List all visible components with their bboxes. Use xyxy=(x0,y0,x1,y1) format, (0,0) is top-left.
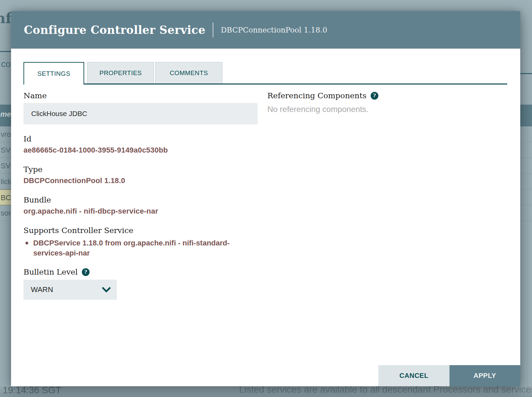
chevron-down-icon xyxy=(102,287,111,293)
supports-controller-service-item: DBCPService 1.18.0 from org.apache.nifi … xyxy=(23,238,245,258)
settings-left-column: Name Id ae86665c-0184-1000-3955-9149a0c5… xyxy=(23,91,258,310)
dialog-subtitle: DBCPConnectionPool 1.18.0 xyxy=(213,22,327,37)
dialog-title: Configure Controller Service xyxy=(24,23,205,37)
name-input[interactable] xyxy=(23,103,258,124)
bulletin-level-value: WARN xyxy=(31,285,53,294)
help-icon[interactable]: ? xyxy=(371,92,378,100)
table-row: lick xyxy=(0,174,11,189)
background-table-rows-left: vro SVR SVR lick BCP son xyxy=(0,126,11,221)
dialog-content: SETTINGS PROPERTIES COMMENTS Name Id ae8… xyxy=(11,49,520,310)
bulletin-level-label: Bulletin Level xyxy=(23,268,78,276)
name-label: Name xyxy=(23,91,258,100)
background-tab-underline-right xyxy=(520,73,532,74)
help-icon[interactable]: ? xyxy=(82,268,90,276)
supports-controller-service-list: DBCPService 1.18.0 from org.apache.nifi … xyxy=(23,238,245,258)
referencing-components-label: Referencing Components xyxy=(267,91,367,100)
table-row: SVR xyxy=(0,142,11,158)
background-timestamp: 19:14:36 SGT xyxy=(3,385,61,396)
dialog-header: Configure Controller Service DBCPConnect… xyxy=(11,11,520,49)
bulletin-level-dropdown[interactable]: WARN xyxy=(23,280,117,300)
configure-controller-service-dialog: Configure Controller Service DBCPConnect… xyxy=(11,11,520,386)
bundle-label: Bundle xyxy=(23,195,258,204)
id-value: ae86665c-0184-1000-3955-9149a0c530bb xyxy=(23,146,258,155)
background-table-header-left: me xyxy=(0,105,11,126)
dialog-footer: CANCEL APPLY xyxy=(378,365,520,386)
type-value: DBCPConnectionPool 1.18.0 xyxy=(23,176,258,185)
type-label: Type xyxy=(23,165,258,174)
tab-bar: SETTINGS PROPERTIES COMMENTS xyxy=(23,62,507,84)
table-row: vro xyxy=(0,126,11,142)
background-table-rows-right xyxy=(520,126,532,221)
referencing-components-section: Referencing Components ? No referencing … xyxy=(267,91,507,310)
background-table-header-right xyxy=(520,105,532,126)
table-row: son xyxy=(0,205,11,221)
background-table-column-divider xyxy=(527,126,528,386)
tab-settings[interactable]: SETTINGS xyxy=(23,62,84,84)
supports-controller-service-label: Supports Controller Service xyxy=(23,226,258,235)
table-row: SVR xyxy=(0,158,11,174)
cancel-button[interactable]: CANCEL xyxy=(378,365,449,386)
background-tab-underline-left xyxy=(0,51,11,52)
background-tab-label-fragment: co xyxy=(1,59,11,69)
apply-button[interactable]: APPLY xyxy=(449,365,520,386)
id-label: Id xyxy=(23,134,258,143)
referencing-components-empty-text: No referencing components. xyxy=(267,105,507,114)
bundle-value: org.apache.nifi - nifi-dbcp-service-nar xyxy=(23,207,258,216)
tab-comments[interactable]: COMMENTS xyxy=(155,62,222,83)
table-row-selected: BCP xyxy=(0,189,11,205)
tab-properties[interactable]: PROPERTIES xyxy=(87,62,154,83)
